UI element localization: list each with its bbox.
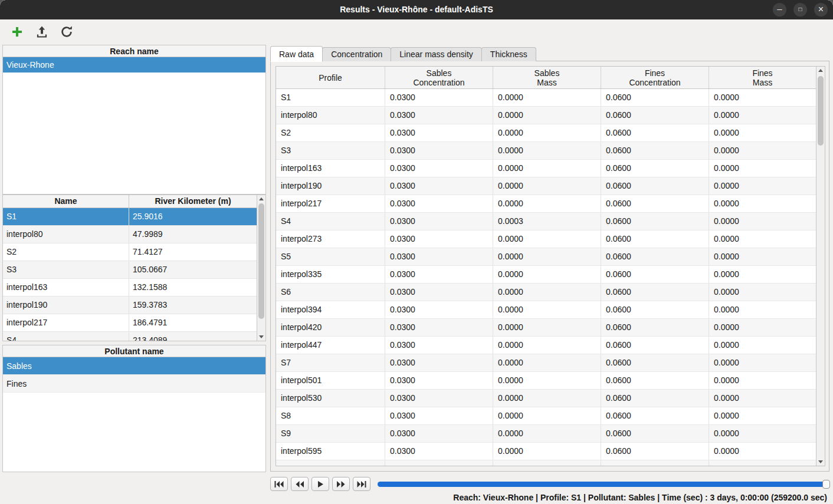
pollutant-item[interactable]: Sables: [3, 357, 265, 375]
data-row[interactable]: interpol5300.03000.00000.06000.0000: [276, 390, 816, 407]
time-slider[interactable]: [378, 482, 829, 487]
data-row[interactable]: S80.03000.00000.06000.0000: [276, 407, 816, 425]
data-value-cell: 0.0600: [601, 460, 709, 466]
profile-row[interactable]: interpol190159.3783: [3, 297, 257, 314]
profile-row[interactable]: S3105.0667: [3, 261, 257, 279]
rewind-button[interactable]: [291, 477, 309, 491]
tab-concentration[interactable]: Concentration: [322, 47, 391, 61]
data-row[interactable]: interpol1900.03000.00000.06000.0000: [276, 177, 816, 195]
data-row[interactable]: interpol3940.03000.00000.06000.0000: [276, 301, 816, 319]
data-value-cell: 0.0000: [709, 195, 816, 212]
profiles-scrollbar-thumb[interactable]: [258, 203, 264, 319]
data-value-cell: 0.0600: [601, 390, 709, 407]
pollutant-item[interactable]: Fines: [3, 375, 265, 393]
add-button[interactable]: [7, 22, 27, 42]
data-row[interactable]: S20.03000.00000.06000.0000: [276, 124, 816, 142]
export-icon: [35, 25, 49, 39]
data-column-header[interactable]: Fines Mass: [709, 67, 816, 88]
fast-forward-button[interactable]: [332, 477, 350, 491]
time-slider-handle[interactable]: [822, 480, 830, 489]
profile-row[interactable]: S125.9016: [3, 208, 257, 226]
data-profile-cell: interpol420: [276, 319, 385, 336]
maximize-button[interactable]: □: [793, 3, 807, 17]
close-button[interactable]: ×: [814, 3, 828, 17]
profiles-table[interactable]: NameRiver Kilometer (m) S125.9016interpo…: [2, 195, 266, 341]
go-first-button[interactable]: [270, 477, 288, 491]
scroll-down-icon[interactable]: [257, 333, 265, 341]
data-value-cell: 0.0300: [385, 124, 493, 141]
data-table-scrollbar-thumb[interactable]: [818, 76, 824, 146]
scroll-down-icon[interactable]: [816, 458, 825, 466]
data-value-cell: 0.0000: [709, 160, 816, 177]
data-table[interactable]: ProfileSables ConcentrationSables MassFi…: [276, 66, 825, 466]
data-row[interactable]: S100.03000.00000.06000.0000: [276, 460, 816, 466]
profile-name-cell: S4: [3, 332, 129, 341]
data-row[interactable]: interpol4200.03000.00000.06000.0000: [276, 319, 816, 337]
data-row[interactable]: S40.03000.00030.06000.0000: [276, 213, 816, 230]
data-column-header[interactable]: Profile: [276, 67, 385, 88]
profile-row[interactable]: S271.4127: [3, 243, 257, 261]
data-value-cell: 0.0000: [493, 160, 601, 177]
data-row[interactable]: S90.03000.00000.06000.0000: [276, 425, 816, 443]
data-row[interactable]: interpol2170.03000.00000.06000.0000: [276, 195, 816, 213]
profiles-column-header[interactable]: River Kilometer (m): [129, 195, 257, 207]
data-row[interactable]: interpol2730.03000.00000.06000.0000: [276, 230, 816, 248]
go-last-button[interactable]: [353, 477, 370, 491]
reach-list[interactable]: Vieux-Rhone: [2, 57, 266, 195]
scroll-up-icon[interactable]: [257, 195, 265, 203]
export-button[interactable]: [32, 22, 52, 42]
profile-name-cell: interpol217: [3, 314, 129, 331]
data-row[interactable]: interpol800.03000.00000.06000.0000: [276, 107, 816, 124]
playback-controls: [270, 476, 829, 492]
data-row[interactable]: S70.03000.00000.06000.0000: [276, 354, 816, 372]
reach-item[interactable]: Vieux-Rhone: [3, 57, 265, 73]
profiles-table-body: NameRiver Kilometer (m) S125.9016interpo…: [3, 195, 257, 341]
data-row[interactable]: interpol5950.03000.00000.06000.0000: [276, 443, 816, 460]
data-value-cell: 0.0000: [709, 443, 816, 460]
data-row[interactable]: interpol4470.03000.00000.06000.0000: [276, 337, 816, 354]
profile-row[interactable]: interpol163132.1588: [3, 279, 257, 297]
tab-pane: ProfileSables ConcentrationSables MassFi…: [270, 61, 829, 472]
tab-linear-mass-density[interactable]: Linear mass density: [391, 47, 482, 61]
data-row[interactable]: S60.03000.00000.06000.0000: [276, 284, 816, 301]
data-profile-cell: S2: [276, 124, 385, 141]
data-column-header[interactable]: Sables Mass: [493, 67, 601, 88]
data-row[interactable]: interpol3350.03000.00000.06000.0000: [276, 266, 816, 284]
profile-name-cell: interpol163: [3, 279, 129, 296]
data-row[interactable]: S10.03000.00000.06000.0000: [276, 89, 816, 107]
data-table-header: ProfileSables ConcentrationSables MassFi…: [276, 67, 816, 89]
refresh-button[interactable]: [57, 22, 77, 42]
play-button[interactable]: [311, 477, 329, 491]
data-row[interactable]: S30.03000.00000.06000.0000: [276, 142, 816, 160]
title-bar[interactable]: Results - Vieux-Rhône - default-AdisTS –…: [0, 0, 833, 19]
tab-thickness[interactable]: Thickness: [481, 47, 536, 61]
profiles-scrollbar[interactable]: [257, 195, 265, 341]
data-value-cell: 0.0300: [385, 107, 493, 124]
tab-bar: Raw dataConcentrationLinear mass density…: [270, 45, 536, 61]
data-value-cell: 0.0000: [709, 213, 816, 230]
data-row[interactable]: interpol5010.03000.00000.06000.0000: [276, 372, 816, 390]
profiles-column-header[interactable]: Name: [3, 195, 129, 207]
profile-row[interactable]: interpol217186.4791: [3, 314, 257, 332]
data-value-cell: 0.0300: [385, 337, 493, 354]
data-row[interactable]: interpol1630.03000.00000.06000.0000: [276, 160, 816, 177]
data-value-cell: 0.0000: [493, 372, 601, 389]
data-column-header[interactable]: Sables Concentration: [385, 67, 493, 88]
time-slider-fill: [378, 482, 829, 487]
profile-row[interactable]: interpol8047.9989: [3, 226, 257, 243]
data-column-header[interactable]: Fines Concentration: [601, 67, 709, 88]
data-table-body: ProfileSables ConcentrationSables MassFi…: [276, 67, 816, 466]
data-value-cell: 0.0300: [385, 248, 493, 265]
data-profile-cell: interpol447: [276, 337, 385, 354]
data-profile-cell: interpol217: [276, 195, 385, 212]
pollutant-list[interactable]: SablesFines: [2, 357, 266, 472]
data-value-cell: 0.0600: [601, 407, 709, 424]
scroll-up-icon[interactable]: [816, 67, 825, 74]
data-table-scrollbar[interactable]: [816, 67, 825, 466]
data-row[interactable]: S50.03000.00000.06000.0000: [276, 248, 816, 266]
reach-name-header: Reach name: [2, 45, 266, 57]
minimize-button[interactable]: –: [773, 3, 786, 17]
data-value-cell: 0.0600: [601, 284, 709, 301]
profile-row[interactable]: S4213.4089: [3, 332, 257, 341]
tab-raw-data[interactable]: Raw data: [270, 46, 323, 62]
